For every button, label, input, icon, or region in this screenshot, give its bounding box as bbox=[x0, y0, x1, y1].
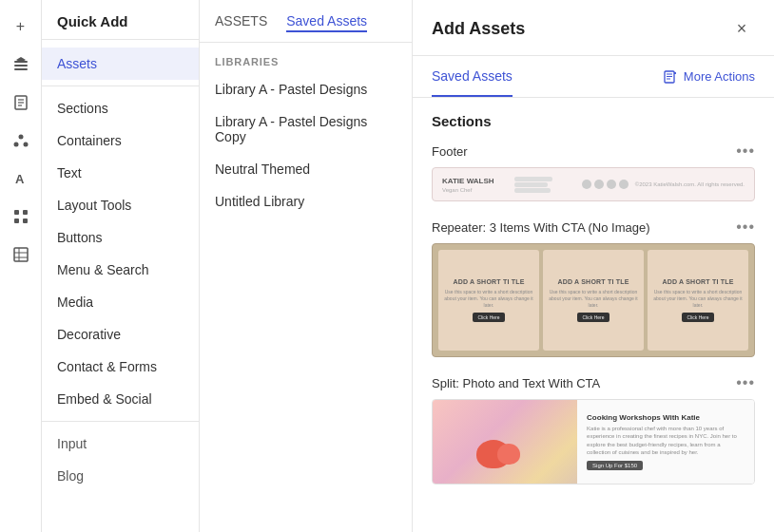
nav-item-assets[interactable]: Assets bbox=[42, 48, 199, 80]
nav-item-blog[interactable]: Blog bbox=[42, 460, 199, 492]
library-item-pastel[interactable]: Library A - Pastel Designs bbox=[200, 73, 412, 105]
footer-link-3 bbox=[514, 188, 551, 193]
layers-icon[interactable] bbox=[4, 48, 38, 82]
repeater-card-1-text: Use this space to write a short descript… bbox=[442, 289, 535, 309]
add-icon[interactable]: + bbox=[4, 10, 38, 44]
footer-link-2 bbox=[514, 182, 548, 187]
pot-small bbox=[497, 444, 520, 465]
asset-card-split-menu[interactable]: ••• bbox=[736, 374, 755, 391]
footer-link-1 bbox=[514, 177, 552, 181]
repeater-preview[interactable]: ADD A SHORT TI TLE Use this space to wri… bbox=[432, 243, 755, 357]
pages-icon[interactable] bbox=[4, 86, 38, 120]
repeater-card-2-title: ADD A SHORT TI TLE bbox=[557, 278, 629, 285]
add-assets-title: Add Assets bbox=[432, 19, 525, 39]
add-assets-tabs: Saved Assets More Actions bbox=[413, 56, 774, 98]
repeater-card-1-btn: Click Here bbox=[473, 313, 504, 322]
nav-item-media[interactable]: Media bbox=[42, 286, 199, 318]
book-icon bbox=[663, 69, 678, 85]
repeater-card-1: ADD A SHORT TI TLE Use this space to wri… bbox=[438, 250, 539, 351]
nav-item-embed-social[interactable]: Embed & Social bbox=[42, 383, 199, 415]
nav-panel-header: Quick Add bbox=[42, 0, 199, 40]
table-icon[interactable] bbox=[4, 238, 38, 272]
libraries-panel: ASSETS Saved Assets LIBRARIES Library A … bbox=[200, 0, 413, 532]
asset-card-repeater-header: Repeater: 3 Items With CTA (No Image) ••… bbox=[432, 218, 755, 236]
repeater-card-3-text: Use this space to write a short descript… bbox=[651, 289, 745, 309]
svg-point-9 bbox=[13, 142, 18, 147]
svg-rect-13 bbox=[23, 210, 28, 215]
nav-panel-items: Assets Sections Containers Text Layout T… bbox=[42, 40, 199, 500]
svg-rect-16 bbox=[14, 248, 28, 261]
nav-item-layout-tools[interactable]: Layout Tools bbox=[42, 189, 199, 221]
library-item-pastel-copy[interactable]: Library A - Pastel Designs Copy bbox=[200, 105, 412, 153]
asset-card-repeater-menu[interactable]: ••• bbox=[736, 218, 755, 236]
nav-panel: Quick Add Assets Sections Containers Tex… bbox=[42, 0, 200, 532]
repeater-card-2-text: Use this space to write a short descript… bbox=[547, 289, 640, 309]
nav-item-buttons[interactable]: Buttons bbox=[42, 221, 199, 254]
asset-card-repeater: Repeater: 3 Items With CTA (No Image) ••… bbox=[432, 218, 755, 357]
icon-sidebar: + A bbox=[0, 0, 42, 532]
library-item-neutral[interactable]: Neutral Themed bbox=[200, 153, 412, 185]
footer-subtitle: Vegan Chef bbox=[442, 187, 509, 193]
libraries-section-label: LIBRARIES bbox=[200, 43, 412, 73]
asset-card-footer: Footer ••• KATIE WALSH Vegan Chef bbox=[432, 142, 755, 201]
svg-rect-15 bbox=[23, 218, 28, 223]
asset-card-footer-title: Footer bbox=[432, 144, 468, 159]
svg-rect-14 bbox=[14, 218, 19, 223]
split-content-text: Katie is a professional chef with more t… bbox=[587, 425, 745, 457]
sections-heading: Sections bbox=[432, 113, 755, 129]
split-preview[interactable]: Cooking Workshops With Katie Katie is a … bbox=[432, 399, 755, 484]
nav-item-text[interactable]: Text bbox=[42, 157, 199, 189]
more-actions-button[interactable]: More Actions bbox=[663, 69, 755, 85]
asset-card-split-title: Split: Photo and Text With CTA bbox=[432, 376, 600, 390]
svg-rect-12 bbox=[14, 210, 19, 215]
split-content-area: Cooking Workshops With Katie Katie is a … bbox=[577, 400, 754, 484]
svg-rect-2 bbox=[14, 68, 28, 70]
cooking-pots bbox=[476, 416, 533, 468]
add-assets-header: Add Assets × bbox=[413, 0, 774, 56]
repeater-card-3-btn: Click Here bbox=[682, 313, 713, 322]
asset-card-footer-header: Footer ••• bbox=[432, 142, 755, 160]
asset-card-split: Split: Photo and Text With CTA ••• Cooki… bbox=[432, 374, 755, 484]
split-image-area bbox=[433, 400, 577, 484]
footer-links bbox=[514, 177, 576, 193]
nav-item-sections[interactable]: Sections bbox=[42, 92, 199, 124]
social-icon-4 bbox=[619, 180, 629, 189]
repeater-card-2-btn: Click Here bbox=[577, 313, 609, 322]
tab-saved-assets[interactable]: Saved Assets bbox=[286, 13, 367, 32]
repeater-card-3-title: ADD A SHORT TI TLE bbox=[662, 278, 733, 285]
close-button[interactable]: × bbox=[728, 15, 755, 42]
svg-text:A: A bbox=[15, 172, 25, 186]
tab-assets[interactable]: ASSETS bbox=[215, 13, 267, 32]
repeater-card-1-title: ADD A SHORT TI TLE bbox=[453, 278, 524, 285]
nav-item-input[interactable]: Input bbox=[42, 428, 199, 460]
footer-name: KATIE WALSH bbox=[442, 177, 509, 185]
nav-divider-2 bbox=[42, 421, 199, 422]
components-icon[interactable] bbox=[4, 124, 38, 158]
repeater-card-2: ADD A SHORT TI TLE Use this space to wri… bbox=[543, 250, 644, 351]
asset-card-footer-menu[interactable]: ••• bbox=[736, 142, 755, 160]
library-item-untitled[interactable]: Untitled Library bbox=[200, 185, 412, 218]
footer-copyright: ©2023 KatieWalsh.com. All rights reserve… bbox=[635, 181, 745, 187]
social-icon-2 bbox=[594, 180, 604, 189]
footer-logo-area: KATIE WALSH Vegan Chef bbox=[442, 177, 509, 193]
nav-item-containers[interactable]: Containers bbox=[42, 124, 199, 157]
split-content-title: Cooking Workshops With Katie bbox=[587, 413, 745, 422]
asset-card-repeater-title: Repeater: 3 Items With CTA (No Image) bbox=[432, 220, 650, 235]
footer-social-icons: ©2023 KatieWalsh.com. All rights reserve… bbox=[582, 180, 745, 189]
social-icon-3 bbox=[607, 180, 616, 189]
svg-point-10 bbox=[23, 142, 28, 147]
apps-icon[interactable] bbox=[4, 200, 38, 234]
text-style-icon[interactable]: A bbox=[4, 162, 38, 196]
footer-preview[interactable]: KATIE WALSH Vegan Chef ©2023 KatieWalsh.… bbox=[432, 167, 755, 201]
nav-item-menu-search[interactable]: Menu & Search bbox=[42, 254, 199, 286]
nav-item-contact-forms[interactable]: Contact & Forms bbox=[42, 351, 199, 383]
tab-saved-assets-main[interactable]: Saved Assets bbox=[432, 56, 513, 97]
split-content-cta: Sign Up For $150 bbox=[587, 461, 643, 470]
add-assets-content: Sections Footer ••• KATIE WALSH Vegan Ch… bbox=[413, 98, 774, 532]
nav-item-decorative[interactable]: Decorative bbox=[42, 318, 199, 351]
repeater-card-3: ADD A SHORT TI TLE Use this space to wri… bbox=[648, 250, 748, 351]
nav-divider bbox=[42, 86, 199, 86]
libraries-header: ASSETS Saved Assets bbox=[200, 0, 412, 43]
svg-rect-1 bbox=[14, 65, 28, 66]
social-icon-1 bbox=[582, 180, 591, 189]
